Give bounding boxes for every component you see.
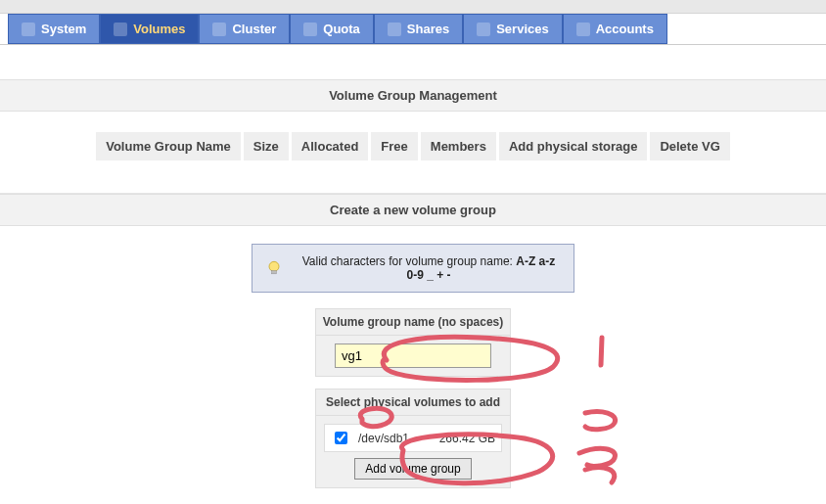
vg-table: Volume Group Name Size Allocated Free Me…: [93, 129, 733, 163]
hint-text: Valid characters for volume group name: …: [296, 254, 562, 282]
col-size: Size: [244, 132, 289, 160]
create-vg-form: Volume group name (no spaces) Select phy…: [315, 308, 511, 488]
nav-cluster[interactable]: Cluster: [199, 14, 290, 44]
window-top-strip: [0, 0, 826, 14]
select-pv-body: /dev/sdb1 266.42 GB Add volume group: [315, 416, 511, 488]
vg-name-body: [315, 336, 511, 377]
nav-services[interactable]: Services: [463, 14, 563, 44]
col-add-storage: Add physical storage: [499, 132, 647, 160]
nav-label: Volumes: [133, 22, 185, 36]
svg-rect-1: [272, 271, 277, 274]
services-icon: [477, 23, 490, 36]
pv-checkbox[interactable]: [335, 432, 347, 444]
quota-icon: [303, 23, 317, 36]
main-nav: System Volumes Cluster Quota Shares Serv…: [0, 14, 826, 45]
select-pv-label: Select physical volumes to add: [315, 389, 511, 416]
system-icon: [22, 23, 35, 36]
pv-row: /dev/sdb1 266.42 GB: [324, 424, 502, 452]
col-delete: Delete VG: [650, 132, 729, 160]
svg-point-0: [269, 261, 279, 271]
vg-mgmt-header: Volume Group Management: [0, 79, 826, 112]
nav-accounts[interactable]: Accounts: [563, 14, 667, 44]
nav-system[interactable]: System: [8, 14, 100, 44]
col-members: Members: [421, 132, 496, 160]
nav-volumes[interactable]: Volumes: [100, 14, 199, 44]
shares-icon: [388, 23, 401, 36]
nav-label: System: [41, 22, 86, 36]
col-allocated: Allocated: [292, 132, 369, 160]
vg-name-label: Volume group name (no spaces): [315, 308, 511, 336]
accounts-icon: [576, 23, 590, 36]
pv-size: 266.42 GB: [439, 432, 495, 445]
nav-label: Shares: [407, 22, 449, 36]
cluster-icon: [212, 23, 226, 36]
volumes-icon: [114, 23, 127, 36]
nav-label: Accounts: [596, 22, 654, 36]
col-free: Free: [371, 132, 417, 160]
vg-name-input[interactable]: [335, 344, 491, 368]
create-vg-header: Create a new volume group: [0, 194, 826, 226]
nav-label: Quota: [323, 22, 360, 36]
vg-table-wrap: Volume Group Name Size Allocated Free Me…: [0, 129, 826, 163]
nav-quota[interactable]: Quota: [290, 14, 374, 44]
nav-shares[interactable]: Shares: [374, 14, 463, 44]
add-volume-group-button[interactable]: Add volume group: [354, 458, 471, 480]
hint-box: Valid characters for volume group name: …: [252, 244, 574, 293]
pv-device: /dev/sdb1: [358, 432, 432, 445]
nav-label: Cluster: [232, 22, 276, 36]
hint-prefix: Valid characters for volume group name:: [302, 254, 517, 268]
col-vg-name: Volume Group Name: [96, 132, 241, 160]
nav-label: Services: [496, 22, 549, 36]
lightbulb-icon: [264, 258, 284, 278]
